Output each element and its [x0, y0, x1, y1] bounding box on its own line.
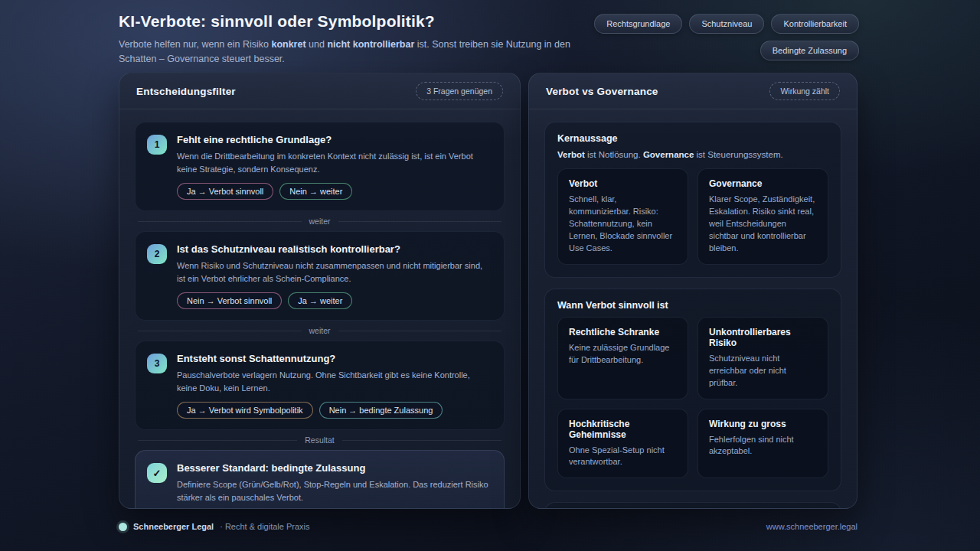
lead-text: ist Notlösung.: [585, 150, 643, 159]
brand-tagline: · Recht & digitale Praxis: [220, 522, 309, 531]
section-heading: Wann Verbot sinnvoll ist: [557, 300, 828, 311]
topic-tags: Rechtsgrundlage Schutzniveau Kontrollier…: [594, 12, 859, 67]
step-title: Fehlt eine rechtliche Grundlage?: [177, 134, 492, 145]
card-body: Fehlerfolgen sind nicht akzeptabel.: [709, 434, 817, 458]
tag-row: Rechtsgrundlage Schutzniveau Kontrollier…: [594, 14, 859, 34]
panel-body: Kernaussage Verbot ist Notlösung. Govern…: [529, 109, 857, 509]
card-rechtliche-schranke: Rechtliche Schranke Keine zulässige Grun…: [557, 317, 688, 399]
card-verbot: Verbot Schnell, klar, kommunizierbar. Ri…: [557, 168, 688, 265]
flow-connector: Resultat: [138, 435, 501, 445]
step-content: Fehlt eine rechtliche Grundlage? Wenn di…: [177, 134, 492, 200]
connector-line: [138, 221, 302, 222]
step-number-badge: 3: [147, 354, 167, 373]
checkmark-icon: ✓: [147, 463, 167, 483]
card-unkontrollierbares-risiko: Unkontrollierbares Risiko Schutzniveau n…: [697, 317, 828, 399]
card-governance: Governance Klarer Scope, Zuständigkeit, …: [697, 168, 828, 265]
flow-connector: weiter: [138, 217, 501, 226]
lead-text: ist Steuerungssystem.: [694, 150, 782, 159]
step-text: Wenn die Drittbearbeitung im konkreten K…: [177, 150, 492, 175]
panel-body: 1 Fehlt eine rechtliche Grundlage? Wenn …: [119, 109, 520, 509]
subtitle-emphasis: konkret: [271, 39, 305, 50]
card-title: Rechtliche Schranke: [569, 327, 677, 337]
card-body: Schnell, klar, kommunizierbar. Risiko: S…: [569, 194, 677, 255]
step-content: Ist das Schutzniveau realistisch kontrol…: [177, 243, 492, 309]
answer-pill-nein[interactable]: Nein → Verbot sinnvoll: [177, 292, 282, 309]
step-card-3: 3 Entsteht sonst Schattennutzung? Pausch…: [135, 341, 505, 430]
result-card: ✓ Besserer Standard: bedingte Zulassung …: [135, 450, 505, 509]
criteria-grid: Rechtliche Schranke Keine zulässige Grun…: [557, 317, 828, 479]
result-title: Besserer Standard: bedingte Zulassung: [177, 462, 492, 474]
tag-rechtsgrundlage[interactable]: Rechtsgrundlage: [594, 14, 682, 34]
subtitle-text: Verbote helfen nur, wenn ein Risiko: [119, 39, 271, 50]
lead-emphasis: Governance: [643, 150, 694, 159]
connector-line: [138, 331, 302, 331]
decision-filter-panel: Entscheidungsfilter 3 Fragen genügen 1 F…: [119, 73, 521, 509]
comparison-grid: Verbot Schnell, klar, kommunizierbar. Ri…: [557, 168, 828, 265]
answer-pill-ja[interactable]: Ja → Verbot sinnvoll: [177, 183, 273, 200]
panel-header: Entscheidungsfilter 3 Fragen genügen: [119, 73, 520, 109]
tag-kontrollierbarkeit[interactable]: Kontrollierbarkeit: [771, 14, 859, 34]
card-title: Governance: [709, 178, 817, 189]
footer: Schneeberger Legal · Recht & digitale Pr…: [119, 522, 858, 531]
panel-header: Verbot vs Governance Wirkung zählt: [529, 73, 857, 109]
answer-pill-nein[interactable]: Nein → bedingte Zulassung: [319, 402, 443, 419]
answer-pills: Nein → Verbot sinnvoll Ja → weiter: [177, 292, 492, 309]
result-text: Definiere Scope (Grün/Gelb/Rot), Stop-Re…: [177, 478, 492, 504]
step-title: Entsteht sonst Schattennutzung?: [177, 353, 492, 364]
step-card-2: 2 Ist das Schutzniveau realistisch kontr…: [135, 231, 505, 321]
step-number-badge: 2: [147, 244, 167, 264]
card-hochkritische-geheimnisse: Hochkritische Geheimnisse Ohne Spezial-S…: [557, 409, 688, 479]
subtitle-text: und: [306, 39, 328, 50]
website-url[interactable]: www.schneeberger.legal: [766, 522, 858, 531]
card-body: Klarer Scope, Zuständigkeit, Eskalation.…: [709, 194, 817, 255]
connector-line: [342, 440, 501, 441]
section-kernaussage: Kernaussage Verbot ist Notlösung. Govern…: [544, 122, 841, 278]
step-number-badge: 1: [147, 135, 167, 155]
card-title: Unkontrollierbares Risiko: [709, 327, 817, 348]
connector-line: [138, 440, 297, 441]
result-content: Besserer Standard: bedingte Zulassung De…: [177, 462, 492, 509]
tag-row: Bedingte Zulassung: [760, 41, 859, 60]
card-body: Schutzniveau nicht erreichbar oder nicht…: [709, 353, 817, 390]
card-body: Ohne Spezial-Setup nicht verantwortbar.: [569, 445, 677, 469]
answer-pills: Ja → Verbot wird Symbolpolitik Nein → be…: [177, 402, 492, 419]
card-title: Hochkritische Geheimnisse: [569, 419, 677, 440]
answer-pills: Ja → Verbot sinnvoll Nein → weiter: [177, 183, 492, 200]
card-wirkung-zu-gross: Wirkung zu gross Fehlerfolgen sind nicht…: [697, 409, 828, 479]
card-body: Keine zulässige Grundlage für Drittbearb…: [569, 342, 677, 367]
brand-block: Schneeberger Legal · Recht & digitale Pr…: [119, 522, 310, 531]
connector-line: [338, 331, 502, 331]
brand-name: Schneeberger Legal: [133, 522, 214, 531]
section-lead: Verbot ist Notlösung. Governance ist Ste…: [557, 150, 828, 159]
tag-bedingte-zulassung[interactable]: Bedingte Zulassung: [760, 41, 859, 60]
page-subtitle: Verbote helfen nur, wenn ein Risiko konk…: [119, 37, 586, 67]
subtitle-emphasis: nicht kontrollierbar: [327, 39, 414, 50]
connector-label: Resultat: [305, 435, 335, 445]
header: KI-Verbote: sinnvoll oder Symbolpolitik?…: [119, 12, 859, 67]
panel-badge: 3 Fragen genügen: [416, 82, 503, 100]
panel-badge: Wirkung zählt: [769, 82, 840, 100]
card-title: Wirkung zu gross: [709, 419, 817, 429]
connector-line: [338, 221, 502, 222]
step-title: Ist das Schutzniveau realistisch kontrol…: [177, 243, 492, 255]
main-content: Entscheidungsfilter 3 Fragen genügen 1 F…: [119, 73, 858, 509]
flow-connector: weiter: [138, 326, 501, 335]
connector-label: weiter: [309, 217, 331, 226]
brand-dot-icon: [119, 523, 127, 531]
answer-pill-ja[interactable]: Ja → Verbot wird Symbolpolitik: [177, 402, 313, 419]
section-wann-verbot: Wann Verbot sinnvoll ist Rechtliche Schr…: [544, 289, 841, 492]
step-content: Entsteht sonst Schattennutzung? Pauschal…: [177, 353, 492, 419]
step-card-1: 1 Fehlt eine rechtliche Grundlage? Wenn …: [135, 122, 505, 211]
page-title: KI-Verbote: sinnvoll oder Symbolpolitik?: [119, 12, 594, 31]
intro-block: KI-Verbote: sinnvoll oder Symbolpolitik?…: [119, 12, 594, 67]
section-warnzeichen: Warnzeichen für Symbolpolitik «Wir verbi…: [544, 502, 841, 509]
tag-schutzniveau[interactable]: Schutzniveau: [689, 14, 764, 34]
step-text: Pauschalverbote verlagern Nutzung. Ohne …: [177, 369, 492, 394]
answer-pill-ja[interactable]: Ja → weiter: [288, 292, 352, 309]
answer-pill-nein[interactable]: Nein → weiter: [279, 183, 352, 200]
panel-title: Entscheidungsfilter: [136, 86, 236, 97]
card-title: Verbot: [569, 178, 677, 189]
verbot-governance-panel: Verbot vs Governance Wirkung zählt Kerna…: [528, 73, 858, 509]
step-text: Wenn Risiko und Schutzniveau nicht zusam…: [177, 259, 492, 285]
panel-title: Verbot vs Governance: [546, 86, 658, 97]
